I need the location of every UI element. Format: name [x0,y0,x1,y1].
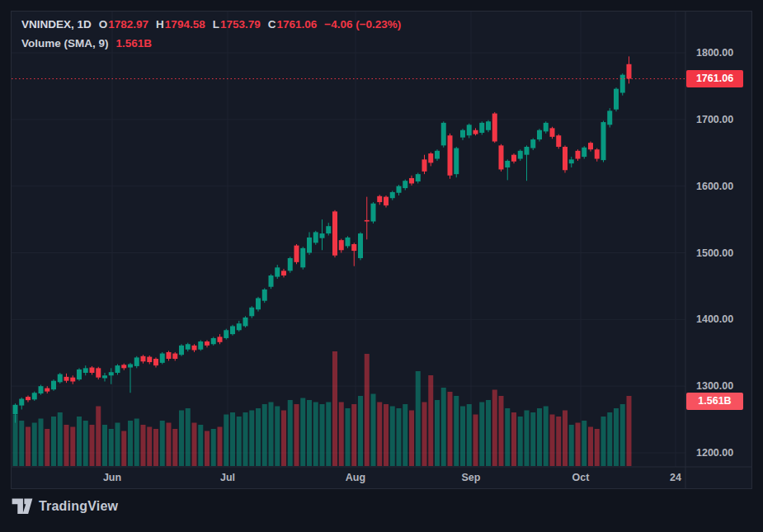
time-axis-label: 24 [651,472,700,483]
tradingview-logo[interactable]: TradingView [12,498,118,515]
ohlc-high: H1794.58 [156,19,205,31]
price-change: −4.06 (−0.23%) [324,19,401,31]
candlestick-chart[interactable] [12,12,751,488]
time-axis-label: Jun [87,472,137,483]
last-price-badge: 1761.06 [686,70,743,87]
price-axis-label: 1600.00 [696,181,754,192]
tradingview-logo-icon [12,498,33,515]
volume-indicator-label[interactable]: Volume (SMA, 9) [21,38,109,49]
volume-legend-row: Volume (SMA, 9) 1.561B [21,38,401,49]
chart-legend: VNINDEX, 1D O1782.97 H1794.58 L1753.79 C… [21,19,401,56]
tradingview-widget: VNINDEX, 1D O1782.97 H1794.58 L1753.79 C… [0,0,763,532]
tradingview-logo-text: TradingView [39,499,118,514]
ohlc-close: C1761.06 [268,19,318,31]
volume-value-badge: 1.561B [686,393,743,410]
time-axis-label: Aug [331,472,380,483]
ohlc-open: O1782.97 [99,19,148,31]
price-axis-label: 1400.00 [696,313,754,325]
price-axis-label: 1700.00 [696,114,754,125]
time-axis-label: Jul [203,472,252,483]
chart-frame: VNINDEX, 1D O1782.97 H1794.58 L1753.79 C… [11,11,752,489]
volume-indicator-value: 1.561B [116,38,153,49]
price-axis-label: 1800.00 [696,47,754,59]
price-axis-label: 1200.00 [696,447,754,459]
price-axis-label: 1500.00 [696,247,754,259]
time-axis-label: Sep [446,472,496,483]
price-axis-label: 1300.00 [696,380,754,392]
symbol-legend-row: VNINDEX, 1D O1782.97 H1794.58 L1753.79 C… [21,19,401,31]
time-axis-label: Oct [556,472,605,483]
symbol-title[interactable]: VNINDEX, 1D [21,19,92,31]
ohlc-low: L1753.79 [213,19,261,31]
